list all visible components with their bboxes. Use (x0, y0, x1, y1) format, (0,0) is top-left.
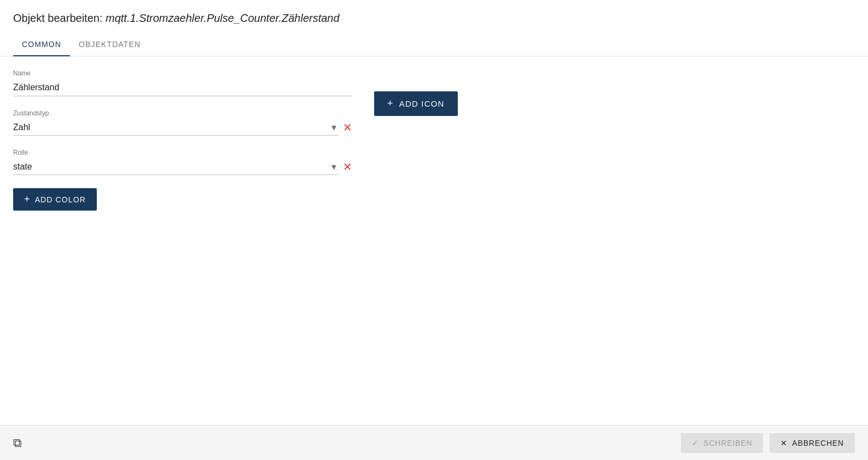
rolle-clear-icon[interactable]: ✕ (343, 161, 352, 172)
tab-objektdaten[interactable]: OBJEKTDATEN (70, 33, 149, 56)
schreiben-check-icon: ✓ (692, 439, 699, 447)
rolle-select-container: state value ▾ (13, 159, 339, 175)
add-color-plus-icon: + (24, 194, 31, 205)
rolle-row: state value ▾ ✕ (13, 159, 352, 175)
bottom-right-buttons: ✓ SCHREIBEN ✕ ABBRECHEN (681, 433, 855, 453)
zustandstyp-select-container: Zahl String Boolean ▾ (13, 119, 339, 136)
zustandstyp-row: Zahl String Boolean ▾ ✕ (13, 119, 352, 136)
right-panel: + ADD ICON (374, 69, 855, 211)
name-label: Name (13, 69, 352, 77)
name-field-group: Name (13, 69, 352, 96)
tab-common[interactable]: COMMON (13, 33, 70, 56)
zustandstyp-label: Zustandstyp (13, 109, 352, 117)
schreiben-label: SCHREIBEN (703, 439, 752, 447)
zustandstyp-field-group: Zustandstyp Zahl String Boolean ▾ ✕ (13, 109, 352, 136)
left-panel: Name Zustandstyp Zahl String Boolean ▾ ✕ (13, 69, 352, 211)
add-color-label: ADD COLOR (35, 195, 86, 204)
rolle-label: Rolle (13, 149, 352, 156)
tabs-container: COMMON OBJEKTDATEN (0, 33, 868, 56)
rolle-field-group: Rolle state value ▾ ✕ (13, 149, 352, 175)
page-title: Objekt bearbeiten: mqtt.1.Stromzaehler.P… (0, 0, 868, 33)
abbrechen-button[interactable]: ✕ ABBRECHEN (770, 433, 855, 453)
copy-icon[interactable]: ⧉ (13, 436, 22, 450)
add-icon-button[interactable]: + ADD ICON (374, 91, 458, 116)
name-input[interactable] (13, 79, 352, 96)
zustandstyp-clear-icon[interactable]: ✕ (343, 122, 352, 133)
main-content: Name Zustandstyp Zahl String Boolean ▾ ✕ (0, 56, 868, 224)
schreiben-button: ✓ SCHREIBEN (681, 433, 763, 453)
abbrechen-label: ABBRECHEN (792, 439, 844, 447)
rolle-select[interactable]: state value (13, 159, 339, 175)
zustandstyp-select[interactable]: Zahl String Boolean (13, 119, 339, 136)
bottom-bar: ⧉ ✓ SCHREIBEN ✕ ABBRECHEN (0, 425, 868, 460)
add-icon-plus-icon: + (387, 98, 394, 109)
add-color-button[interactable]: + ADD COLOR (13, 188, 97, 211)
add-icon-label: ADD ICON (399, 99, 445, 108)
abbrechen-x-icon: ✕ (780, 439, 788, 447)
